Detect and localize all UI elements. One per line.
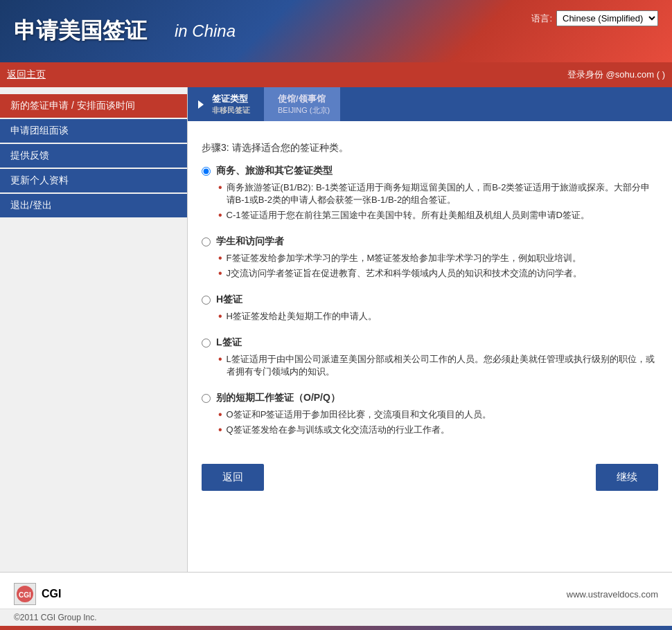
breadcrumb-step2: 使馆/领事馆 BEIJING (北京) <box>264 87 340 121</box>
visa-type-business-row: 商务、旅游和其它签证类型 <box>202 165 658 177</box>
visa-type-student-title[interactable]: 学生和访问学者 <box>216 235 284 248</box>
back-button[interactable]: 返回 <box>202 464 264 491</box>
bullet-icon: • <box>218 267 222 280</box>
radio-l[interactable] <box>202 339 211 348</box>
bullet-icon: • <box>218 310 222 323</box>
visa-type-h: H签证 • H签证签发给赴美短期工作的申请人。 <box>202 294 658 323</box>
radio-opq[interactable] <box>202 394 211 403</box>
bullet-text: L签证适用于由中国公司派遣至美国分部或相关公司工作的人员。您必须赴美就任管理或执… <box>227 353 658 378</box>
footer-logo: CGI CGI <box>14 583 61 605</box>
content-area: 签证类型 非移民签证 使馆/领事馆 BEIJING (北京) 步骤3: 请选择适… <box>187 87 672 572</box>
bullet-text: J交流访问学者签证旨在促进教育、艺术和科学领域内人员的知识和技术交流的访问学者。 <box>227 267 583 280</box>
radio-h[interactable] <box>202 296 211 305</box>
opq-bullets: • O签证和P签证适用于参加田径比赛，交流项目和文化项目的人员。 • Q签证签发… <box>218 408 658 436</box>
bullet-item: • O签证和P签证适用于参加田径比赛，交流项目和文化项目的人员。 <box>218 408 658 421</box>
radio-student[interactable] <box>202 237 211 246</box>
main-container: 新的签证申请 / 安排面谈时间 申请团组面谈 提供反馈 更新个人资料 退出/登出… <box>0 87 672 572</box>
breadcrumb-step1: 签证类型 非移民签证 <box>188 87 264 121</box>
breadcrumb-step2-sub: BEIJING (北京) <box>278 105 330 116</box>
visa-type-group: 商务、旅游和其它签证类型 • 商务旅游签证(B1/B2): B-1类签证适用于商… <box>188 165 672 436</box>
breadcrumb-step1-sub: 非移民签证 <box>212 105 250 116</box>
visa-type-business: 商务、旅游和其它签证类型 • 商务旅游签证(B1/B2): B-1类签证适用于商… <box>202 165 658 222</box>
bullet-icon: • <box>218 252 222 264</box>
visa-type-l-title[interactable]: L签证 <box>216 336 242 349</box>
visa-type-opq-title[interactable]: 别的短期工作签证（O/P/Q） <box>216 392 340 404</box>
bullet-icon: • <box>218 209 222 222</box>
business-bullets: • 商务旅游签证(B1/B2): B-1类签证适用于商务短期逗留美国的人，而B-… <box>218 181 658 222</box>
bullet-text: H签证签发给赴美短期工作的申请人。 <box>227 310 377 323</box>
bullet-item: • H签证签发给赴美短期工作的申请人。 <box>218 310 658 323</box>
visa-type-student: 学生和访问学者 • F签证签发给参加学术学习的学生，M签证签发给参加非学术学习的… <box>202 235 658 280</box>
footer-brand-bar: 嘉世博学 <box>0 626 672 630</box>
visa-type-business-title[interactable]: 商务、旅游和其它签证类型 <box>216 165 333 177</box>
radio-business[interactable] <box>202 167 211 176</box>
bullet-item: • F签证签发给参加学术学习的学生，M签证签发给参加非学术学习的学生，例如职业培… <box>218 252 658 264</box>
breadcrumb-step1-label: 签证类型 <box>212 93 250 105</box>
continue-button[interactable]: 继续 <box>596 464 658 491</box>
navigation-bar: 返回主页 登录身份 @sohu.com ( ) <box>0 62 672 87</box>
login-paren: ( ) <box>657 69 665 80</box>
sidebar-item-update-profile[interactable]: 更新个人资料 <box>0 169 187 192</box>
cgi-logo-icon: CGI <box>14 583 36 605</box>
bullet-text: 商务旅游签证(B1/B2): B-1类签证适用于商务短期逗留美国的人，而B-2类… <box>227 181 658 206</box>
visa-type-l: L签证 • L签证适用于由中国公司派遣至美国分部或相关公司工作的人员。您必须赴美… <box>202 336 658 378</box>
sidebar-item-feedback[interactable]: 提供反馈 <box>0 144 187 168</box>
visa-type-h-title[interactable]: H签证 <box>216 294 242 306</box>
student-bullets: • F签证签发给参加学术学习的学生，M签证签发给参加非学术学习的学生，例如职业培… <box>218 252 658 280</box>
visa-type-opq-row: 别的短期工作签证（O/P/Q） <box>202 392 658 404</box>
sidebar-item-logout[interactable]: 退出/登出 <box>0 194 187 217</box>
bullet-text: Q签证签发给在参与训练或文化交流活动的行业工作者。 <box>227 424 450 436</box>
button-bar: 返回 继续 <box>188 450 672 505</box>
visa-type-student-row: 学生和访问学者 <box>202 235 658 248</box>
visa-type-opq: 别的短期工作签证（O/P/Q） • O签证和P签证适用于参加田径比赛，交流项目和… <box>202 392 658 436</box>
sidebar: 新的签证申请 / 安排面谈时间 申请团组面谈 提供反馈 更新个人资料 退出/登出 <box>0 87 187 572</box>
bullet-item: • 商务旅游签证(B1/B2): B-1类签证适用于商务短期逗留美国的人，而B-… <box>218 181 658 206</box>
step-label: 步骤3: 请选择适合您的签证种类。 <box>188 135 672 165</box>
bullet-text: F签证签发给参加学术学习的学生，M签证签发给参加非学术学习的学生，例如职业培训。 <box>227 252 582 264</box>
bullet-item: • C-1签证适用于您在前往第三国途中在美国中转。所有赴美船组及机组人员则需申请… <box>218 209 658 222</box>
breadcrumb-arrow-icon <box>198 100 204 109</box>
language-label: 语言: <box>531 12 552 25</box>
l-bullets: • L签证适用于由中国公司派遣至美国分部或相关公司工作的人员。您必须赴美就任管理… <box>218 353 658 378</box>
bullet-icon: • <box>218 353 222 366</box>
bullet-text: O签证和P签证适用于参加田径比赛，交流项目和文化项目的人员。 <box>227 408 492 421</box>
bullet-icon: • <box>218 181 222 194</box>
cgi-logo-svg: CGI <box>15 584 35 604</box>
site-subtitle: in China <box>175 21 236 41</box>
breadcrumb: 签证类型 非移民签证 使馆/领事馆 BEIJING (北京) <box>188 87 672 121</box>
login-email: @sohu.com <box>606 69 655 80</box>
footer-url: www.ustraveldocs.com <box>567 589 658 600</box>
breadcrumb-step2-label: 使馆/领事馆 <box>278 93 330 105</box>
h-bullets: • H签证签发给赴美短期工作的申请人。 <box>218 310 658 323</box>
footer: CGI CGI www.ustraveldocs.com <box>0 572 672 609</box>
site-title: 申请美国签证 <box>14 16 147 46</box>
bullet-text: C-1签证适用于您在前往第三国途中在美国中转。所有赴美船组及机组人员则需申请D签… <box>227 209 590 222</box>
bullet-item: • L签证适用于由中国公司派遣至美国分部或相关公司工作的人员。您必须赴美就任管理… <box>218 353 658 378</box>
language-select[interactable]: Chinese (Simplified) English <box>556 10 658 26</box>
svg-text:CGI: CGI <box>19 591 31 599</box>
home-link[interactable]: 返回主页 <box>7 69 46 81</box>
language-selector-container: 语言: Chinese (Simplified) English <box>531 10 658 26</box>
sidebar-item-group-interview[interactable]: 申请团组面谈 <box>0 119 187 143</box>
page-header: 申请美国签证 in China 语言: Chinese (Simplified)… <box>0 0 672 62</box>
sidebar-item-new-application[interactable]: 新的签证申请 / 安排面谈时间 <box>0 94 187 118</box>
bullet-icon: • <box>218 408 222 421</box>
login-label: 登录身份 <box>567 69 603 80</box>
bullet-item: • J交流访问学者签证旨在促进教育、艺术和科学领域内人员的知识和技术交流的访问学… <box>218 267 658 280</box>
bullet-item: • Q签证签发给在参与训练或文化交流活动的行业工作者。 <box>218 424 658 436</box>
visa-type-l-row: L签证 <box>202 336 658 349</box>
login-info: 登录身份 @sohu.com ( ) <box>567 69 665 81</box>
bullet-icon: • <box>218 424 222 436</box>
visa-type-h-row: H签证 <box>202 294 658 306</box>
footer-copyright: ©2011 CGI Group Inc. <box>0 609 672 626</box>
footer-logo-text: CGI <box>42 588 61 600</box>
